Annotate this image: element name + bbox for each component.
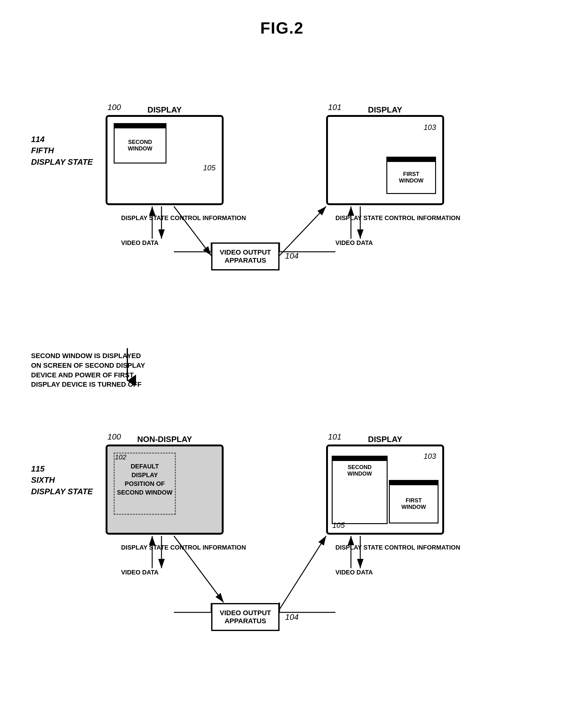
- second-window-bottom: SECOND WINDOW: [332, 456, 387, 524]
- second-window-id-top: 105: [203, 164, 216, 172]
- sw-titlebar-bottom: [332, 457, 387, 461]
- first-window-titlebar-top: [387, 158, 435, 162]
- vdata-label-right-top: VIDEO DATA: [335, 239, 373, 247]
- bottom-arrows-svg: [0, 392, 564, 696]
- second-window-label-bottom: SECOND WINDOW: [332, 461, 387, 523]
- monitor-101-bottom: 101 DISPLAY 103 SECOND WINDOW 105 FIRST …: [326, 445, 444, 535]
- dashed-id: 102: [115, 453, 126, 461]
- dashed-label: DEFAULT DISPLAY POSITION OF SECOND WINDO…: [117, 462, 173, 497]
- second-window-label: SECOND WINDOW: [115, 128, 166, 163]
- dsci-label-left-bottom: DISPLAY STATE CONTROL INFORMATION: [121, 544, 246, 551]
- first-window-bottom: FIRST WINDOW: [389, 480, 438, 523]
- top-arrows-svg: [0, 62, 564, 342]
- first-window-top: FIRST WINDOW: [386, 157, 436, 194]
- monitor-100-top-label: DISPLAY: [148, 105, 182, 115]
- fw-titlebar-bottom: [390, 481, 438, 485]
- page-title: FIG.2: [0, 0, 564, 62]
- voa-bottom: VIDEO OUTPUT APPARATUS: [211, 603, 280, 631]
- monitor-101-bottom-label: DISPLAY: [368, 435, 402, 444]
- voa-top: VIDEO OUTPUT APPARATUS: [211, 242, 280, 270]
- svg-line-4: [174, 206, 211, 256]
- vdata-label-left-bottom: VIDEO DATA: [121, 569, 158, 576]
- transition-text: SECOND WINDOW IS DISPLAYED ON SCREEN OF …: [31, 351, 145, 389]
- transition-section: SECOND WINDOW IS DISPLAYED ON SCREEN OF …: [0, 342, 564, 392]
- vdata-label-left-top: VIDEO DATA: [121, 239, 158, 247]
- top-state-label: 114 FIFTH DISPLAY STATE: [31, 134, 93, 168]
- second-window-top: SECOND WINDOW: [114, 123, 167, 164]
- bottom-state-label: 115 SIXTH DISPLAY STATE: [31, 463, 93, 497]
- monitor-101-bottom-id: 101: [328, 432, 341, 442]
- voa-top-id: 104: [285, 251, 298, 261]
- svg-line-7: [280, 206, 326, 256]
- monitor-100-top: 100 DISPLAY SECOND WINDOW 105: [106, 115, 224, 205]
- dsci-label-left-top: DISPLAY STATE CONTROL INFORMATION: [121, 214, 246, 222]
- monitor-100-top-id: 100: [108, 103, 121, 112]
- svg-line-20: [280, 536, 326, 609]
- window-103-id-bottom: 103: [424, 452, 436, 461]
- monitor-101-top-label: DISPLAY: [368, 105, 402, 115]
- first-window-label-top: FIRST WINDOW: [387, 162, 435, 193]
- voa-bottom-id: 104: [285, 612, 298, 622]
- dsci-label-right-bottom: DISPLAY STATE CONTROL INFORMATION: [335, 544, 460, 551]
- first-window-id-top: 103: [424, 123, 436, 132]
- second-window-bottom-id: 105: [332, 521, 345, 530]
- monitor-101-top: 101 DISPLAY 103 FIRST WINDOW: [326, 115, 444, 205]
- second-window-titlebar: [115, 124, 166, 128]
- dsci-label-right-top: DISPLAY STATE CONTROL INFORMATION: [335, 214, 460, 222]
- first-window-label-bottom: FIRST WINDOW: [390, 485, 438, 523]
- monitor-100-bottom-id: 100: [108, 432, 121, 442]
- monitor-100-bottom: 100 NON-DISPLAY 102 DEFAULT DISPLAY POSI…: [106, 445, 224, 535]
- monitor-101-top-id: 101: [328, 103, 341, 112]
- monitor-100-bottom-label: NON-DISPLAY: [137, 435, 192, 444]
- vdata-label-right-bottom: VIDEO DATA: [335, 569, 373, 576]
